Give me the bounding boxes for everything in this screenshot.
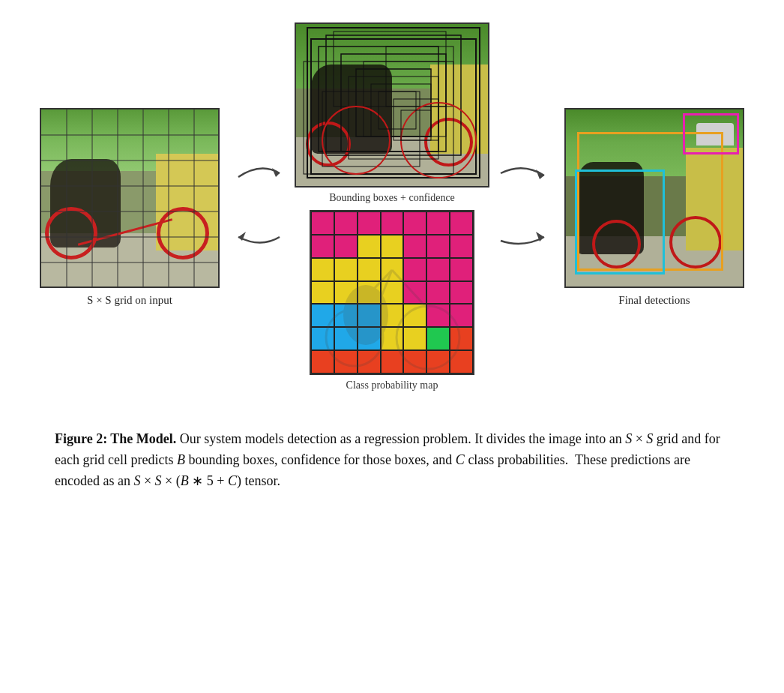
prob-map-overlay	[310, 210, 474, 375]
svg-marker-12	[272, 168, 280, 177]
detection-image	[564, 108, 744, 288]
figure-container: S × S grid on input	[30, 15, 754, 492]
diagram-area: S × S grid on input	[30, 22, 754, 392]
prob-map-container	[310, 210, 474, 375]
bbox-image	[295, 22, 489, 188]
right-arrow-svg	[493, 132, 553, 282]
center-section: Bounding boxes + confidence Class probab…	[295, 22, 489, 392]
svg-point-33	[396, 306, 459, 369]
prob-map-label: Class probability map	[346, 380, 438, 392]
bbox-overlays	[296, 24, 488, 186]
left-arrow-svg	[231, 132, 291, 282]
svg-point-37	[343, 285, 388, 345]
grid-input-image	[40, 108, 220, 288]
arrows-right	[493, 57, 553, 357]
magenta-box	[683, 113, 739, 154]
grid-input-label: S × S grid on input	[87, 294, 172, 307]
caption-title: Figure 2: The Model.	[55, 431, 176, 446]
grid-lines	[41, 110, 218, 286]
left-section: S × S grid on input	[40, 108, 220, 307]
cyan-box	[575, 170, 665, 274]
bbox-label: Bounding boxes + confidence	[329, 192, 455, 204]
right-section: Final detections	[564, 108, 744, 307]
figure-caption: Figure 2: The Model. Our system models d…	[55, 429, 729, 492]
svg-line-35	[392, 270, 428, 309]
final-detections-label: Final detections	[618, 294, 690, 307]
arrows-left	[231, 57, 291, 357]
